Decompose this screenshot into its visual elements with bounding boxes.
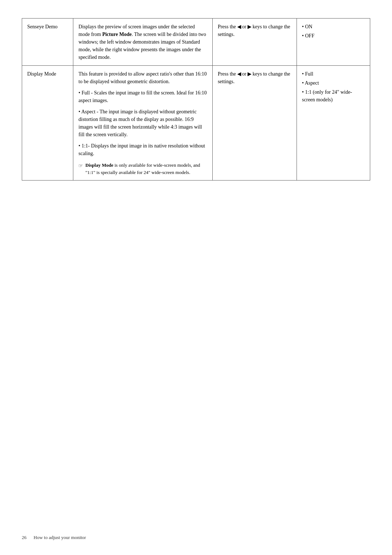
note-box: ☞ Display Mode is only available for wid… xyxy=(78,162,207,176)
operation-cell: Press the ◀ or ▶ keys to change the sett… xyxy=(212,19,297,66)
description-bullet-3: • 1:1- Displays the input image in its n… xyxy=(78,142,207,157)
page-number: 26 xyxy=(22,535,26,540)
note-bold: Display Mode xyxy=(85,162,113,168)
footer: 26 How to adjust your monitor xyxy=(22,535,86,540)
note-text: Display Mode is only available for wide-… xyxy=(85,162,207,176)
bold-picture-mode: Picture Mode xyxy=(102,32,132,37)
footer-spacer xyxy=(28,535,32,540)
feature-cell: Senseye Demo xyxy=(22,19,73,66)
range-item: • OFF xyxy=(302,32,365,40)
footer-text: How to adjust your monitor xyxy=(34,535,86,540)
description-bullet-1: • Full - Scales the input image to fill … xyxy=(78,89,207,104)
operation-text: Press the ◀ or ▶ keys to change the sett… xyxy=(218,24,290,37)
right-arrow: ▶ xyxy=(248,70,251,78)
note-icon: ☞ xyxy=(78,162,83,170)
range-cell: • Full • Aspect • 1:1 (only for 24" wide… xyxy=(297,66,370,181)
left-arrow: ◀ xyxy=(237,23,241,31)
range-item: • 1:1 (only for 24" wide-screen models) xyxy=(302,88,365,104)
table-row: Display Mode This feature is provided to… xyxy=(22,66,370,181)
right-arrow: ▶ xyxy=(248,23,251,31)
operation-text: Press the ◀ or ▶ keys to change the sett… xyxy=(218,71,290,84)
feature-cell: Display Mode xyxy=(22,66,73,181)
description-bullet-2: • Aspect - The input image is displayed … xyxy=(78,108,207,138)
range-item: • ON xyxy=(302,23,365,31)
description-text: Displays the preview of screen images un… xyxy=(78,24,206,60)
description-cell: This feature is provided to allow aspect… xyxy=(73,66,213,181)
left-arrow: ◀ xyxy=(237,70,241,78)
table-row: Senseye Demo Displays the preview of scr… xyxy=(22,19,370,66)
page-content: Senseye Demo Displays the preview of scr… xyxy=(0,0,392,210)
range-item: • Full xyxy=(302,70,365,78)
settings-table: Senseye Demo Displays the preview of scr… xyxy=(22,18,370,181)
range-item: • Aspect xyxy=(302,79,365,87)
feature-label: Senseye Demo xyxy=(27,24,58,29)
feature-label: Display Mode xyxy=(27,71,56,77)
description-cell: Displays the preview of screen images un… xyxy=(73,19,213,66)
operation-cell: Press the ◀ or ▶ keys to change the sett… xyxy=(212,66,297,181)
range-cell: • ON • OFF xyxy=(297,19,370,66)
description-text: This feature is provided to allow aspect… xyxy=(78,70,207,85)
